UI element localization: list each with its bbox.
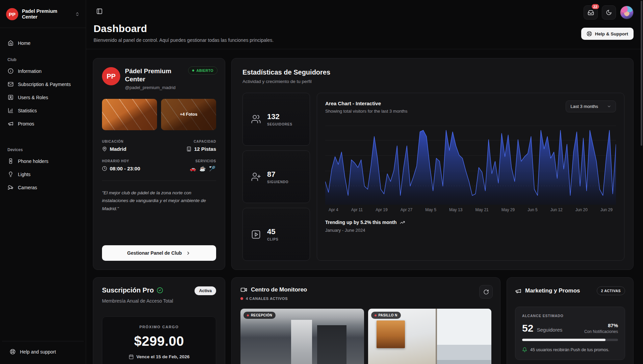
camera-feed-reception[interactable]: RECEPCIÓN: [240, 309, 364, 364]
hours-info: HORARIO HOY 08:00 - 23:00: [102, 159, 159, 172]
sidebar-item-label: Information: [18, 68, 42, 74]
charge-due-text: Vence el 15 de Feb, 2026: [136, 354, 190, 359]
stat-label: SIGUIENDO: [267, 180, 288, 184]
club-logo: PP: [102, 67, 120, 85]
sidebar-item-help-support[interactable]: Help and support: [6, 346, 80, 357]
notifications-pct-label: Con Notificaciones: [584, 329, 618, 334]
panel-left-icon: [96, 8, 103, 15]
status-dot: [192, 69, 194, 72]
sidebar-item-label: Lights: [18, 172, 30, 177]
club-photo-more[interactable]: +4 Fotos: [161, 99, 216, 130]
active-promos-badge: 2 ACTIVAS: [597, 286, 625, 295]
sidebar-item-lights[interactable]: Lights: [4, 169, 82, 180]
clock-icon: [102, 166, 107, 171]
chart-subtitle: Showing total visitors for the last 3 mo…: [325, 109, 408, 114]
stat-value: 132: [267, 112, 292, 121]
reach-followers-label: Seguidores: [537, 327, 562, 333]
sidebar-item-label: Home: [18, 40, 30, 46]
subscription-status-badge: Activa: [195, 286, 216, 295]
x-tick-label: Apr 27: [401, 207, 412, 212]
trending-up-icon: [400, 220, 405, 225]
manage-club-button[interactable]: Gestionar Panel de Club: [102, 245, 216, 261]
reach-progress: [522, 339, 618, 341]
sidebar-item-home[interactable]: Home: [4, 37, 82, 49]
feed-label: RECEPCIÓN: [251, 313, 272, 317]
x-tick-label: Jun 12: [550, 207, 563, 212]
life-buoy-icon: [587, 31, 592, 36]
stat-followers: 132 SEGUIDORES: [242, 93, 310, 146]
range-select-value: Last 3 months: [570, 104, 598, 109]
scrollbar-thumb[interactable]: [641, 1, 642, 146]
chevrons-up-down-icon: [75, 12, 80, 17]
sidebar-section-devices: Devices: [4, 147, 82, 152]
marketing-card: Marketing y Promos 2 ACTIVAS ALCANCE EST…: [507, 277, 634, 364]
user-avatar[interactable]: [620, 6, 634, 19]
services-info: SERVICIOS 🚗 ☕ 🏸: [159, 159, 216, 172]
lightbulb-icon: [7, 171, 14, 177]
x-tick-label: Jun 29: [600, 207, 613, 212]
reach-followers-value: 52: [522, 323, 533, 334]
stat-value: 45: [267, 227, 278, 236]
bar-chart-icon: [7, 108, 14, 113]
main-area: 22 Dashboard Bienvenido al panel de cont…: [86, 0, 643, 364]
workspace-selector[interactable]: PP Padel Premium Center: [0, 0, 86, 28]
club-photo[interactable]: [102, 99, 157, 130]
sidebar-footer: Help and support: [2, 341, 84, 364]
range-select[interactable]: Last 3 months: [566, 101, 616, 112]
followers-stats-card: Estadísticas de Seguidores Actividad y c…: [231, 58, 634, 270]
next-charge-label: PRÓXIMO CARGO: [106, 325, 212, 329]
subscription-title: Suscripción Pro: [102, 286, 154, 294]
subscription-card: Suscripción Pro Activa Membresía Anual d…: [93, 277, 225, 364]
megaphone-icon: [7, 121, 14, 127]
square-play-icon: [251, 229, 261, 240]
check-circle-icon: [157, 287, 163, 293]
sidebar-section-club: Club: [4, 57, 82, 62]
sidebar-item-label: Promos: [18, 121, 34, 127]
sidebar: PP Padel Premium Center Home Club Inform…: [0, 0, 86, 364]
cctv-icon: [7, 185, 14, 190]
inbox-button[interactable]: 22: [584, 5, 598, 20]
bell-icon: [522, 347, 527, 352]
divider: [102, 180, 216, 181]
refresh-button[interactable]: [479, 285, 493, 299]
brand-name: Padel Premium Center: [22, 8, 71, 20]
sidebar-item-phone-holders[interactable]: Phone holders: [4, 156, 82, 167]
sidebar-toggle-button[interactable]: [94, 5, 105, 17]
sidebar-item-promos[interactable]: Promos: [4, 118, 82, 129]
sidebar-nav: Home Club Information Subscription & Pay…: [0, 31, 86, 341]
chart-title: Area Chart - Interactive: [325, 101, 408, 106]
car-emoji: 🚗: [190, 166, 197, 172]
marketing-title: Marketing y Promos: [525, 287, 580, 294]
reach-label: ALCANCE ESTIMADO: [522, 314, 618, 318]
chart-trend-text: Trending up by 5.2% this month: [325, 220, 397, 225]
sidebar-item-users-roles[interactable]: Users & Roles: [4, 92, 82, 103]
racket-emoji: 🏸: [209, 166, 216, 172]
sidebar-item-information[interactable]: Information: [4, 65, 82, 77]
camera-feed-hall[interactable]: PASILLO N: [368, 309, 492, 364]
monitoring-title: Centro de Monitoreo: [251, 286, 307, 293]
sidebar-item-cameras[interactable]: Cameras: [4, 182, 82, 193]
coffee-emoji: ☕: [200, 166, 207, 172]
video-camera-icon: [240, 286, 247, 293]
x-tick-label: May 13: [449, 207, 462, 212]
channels-status: 4 CANALES ACTIVOS: [246, 297, 288, 301]
inbox-icon: [588, 9, 594, 16]
user-plus-icon: [251, 172, 261, 182]
stat-clips: 45 CLIPS: [242, 208, 310, 261]
stat-label: CLIPS: [267, 237, 278, 241]
x-tick-label: May 21: [475, 207, 488, 212]
page-subtitle: Bienvenido al panel de control. Aquí pue…: [94, 37, 274, 43]
sidebar-item-subscription-payments[interactable]: Subscription & Payments: [4, 79, 82, 90]
help-support-button[interactable]: Help & Support: [581, 28, 634, 40]
sidebar-item-label: Cameras: [18, 185, 37, 190]
reach-progress-fill: [522, 339, 606, 341]
theme-toggle-button[interactable]: [602, 5, 616, 20]
chart-period-text: January - June 2024: [325, 228, 616, 233]
x-tick-label: May 5: [425, 207, 436, 212]
notifications-pct: 87%: [584, 323, 618, 328]
stats-card-subtitle: Actividad y crecimiento de tu perfil: [242, 79, 624, 84]
stat-value: 87: [267, 170, 288, 179]
sidebar-item-statistics[interactable]: Statistics: [4, 105, 82, 116]
more-photos-overlay: +4 Fotos: [161, 99, 216, 130]
sidebar-item-label: Phone holders: [18, 159, 48, 164]
